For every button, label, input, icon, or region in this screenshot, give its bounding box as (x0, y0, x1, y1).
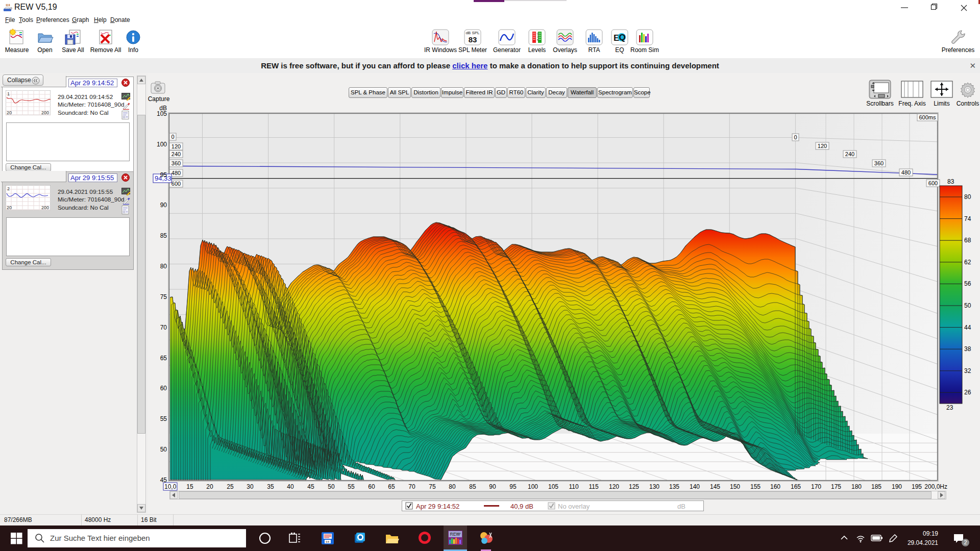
svg-text:480: 480 (172, 170, 181, 176)
svg-text:90: 90 (489, 483, 496, 490)
svg-text:85: 85 (469, 483, 476, 490)
svg-text:600ms: 600ms (919, 114, 936, 120)
svg-text:360: 360 (172, 160, 181, 166)
svg-text:60: 60 (368, 483, 375, 490)
svg-text:40: 40 (287, 483, 294, 490)
svg-text:130: 130 (649, 483, 659, 490)
svg-text:25: 25 (227, 483, 234, 490)
svg-text:44: 44 (964, 324, 971, 331)
svg-text:V5.1: V5.1 (457, 532, 461, 535)
svg-text:70: 70 (160, 324, 167, 331)
svg-text:83: 83 (947, 178, 954, 185)
svg-text:240: 240 (845, 151, 854, 157)
svg-text:240: 240 (172, 151, 181, 157)
svg-text:20: 20 (206, 483, 213, 490)
svg-text:100: 100 (528, 483, 538, 490)
svg-text:600: 600 (172, 181, 181, 187)
svg-text:90: 90 (160, 202, 167, 209)
svg-text:38: 38 (964, 345, 971, 353)
svg-text:180: 180 (851, 483, 862, 490)
svg-text:50: 50 (964, 302, 971, 309)
svg-text:80: 80 (964, 193, 971, 201)
svg-text:74: 74 (964, 215, 971, 222)
svg-text:360: 360 (874, 160, 884, 166)
svg-text:0: 0 (171, 134, 174, 140)
svg-text:75: 75 (429, 483, 436, 490)
svg-text:50: 50 (160, 446, 167, 453)
svg-text:135: 135 (669, 483, 679, 490)
svg-text:45: 45 (307, 483, 314, 490)
svg-text:125: 125 (629, 483, 639, 490)
svg-text:185: 185 (871, 483, 881, 490)
svg-text:55: 55 (348, 483, 355, 490)
svg-text:30: 30 (247, 483, 254, 490)
svg-text:10,0: 10,0 (164, 483, 177, 490)
svg-text:85: 85 (160, 232, 167, 239)
svg-text:195: 195 (912, 483, 922, 490)
svg-text:95: 95 (509, 483, 517, 490)
svg-text:75: 75 (160, 293, 167, 300)
svg-text:0: 0 (794, 134, 797, 140)
svg-text:15: 15 (186, 483, 193, 490)
svg-text:35: 35 (267, 483, 274, 490)
svg-text:56: 56 (964, 280, 971, 287)
svg-text:60: 60 (160, 385, 167, 392)
svg-text:120: 120 (172, 143, 181, 149)
svg-text:80: 80 (449, 483, 456, 490)
svg-text:175: 175 (831, 483, 841, 490)
svg-text:65: 65 (160, 355, 167, 362)
svg-text:65: 65 (388, 483, 395, 490)
svg-text:32: 32 (964, 367, 971, 374)
svg-text:150: 150 (730, 483, 740, 490)
svg-text:145: 145 (710, 483, 720, 490)
svg-text:600: 600 (928, 180, 938, 186)
svg-text:100: 100 (157, 141, 167, 148)
svg-text:50: 50 (328, 483, 335, 490)
svg-text:480: 480 (901, 169, 911, 176)
svg-text:155: 155 (750, 483, 761, 490)
svg-text:140: 140 (690, 483, 700, 490)
svg-text:110: 110 (569, 483, 578, 490)
svg-text:170: 170 (811, 483, 821, 490)
svg-text:105: 105 (157, 110, 167, 117)
svg-text:80: 80 (160, 263, 167, 270)
svg-text:68: 68 (964, 237, 971, 244)
svg-text:105: 105 (548, 483, 558, 490)
svg-text:62: 62 (964, 259, 971, 266)
svg-text:26: 26 (964, 389, 971, 396)
svg-text:190: 190 (892, 483, 902, 490)
svg-text:200,0Hz: 200,0Hz (924, 483, 947, 490)
svg-text:115: 115 (589, 483, 598, 490)
svg-text:70: 70 (408, 483, 415, 490)
svg-text:165: 165 (791, 483, 801, 490)
svg-text:55: 55 (160, 415, 167, 422)
svg-text:64: 64 (326, 540, 330, 544)
svg-text:95: 95 (160, 171, 167, 179)
svg-text:160: 160 (770, 483, 780, 490)
svg-text:120: 120 (609, 483, 619, 490)
svg-text:23: 23 (946, 404, 953, 411)
svg-text:120: 120 (818, 143, 827, 149)
